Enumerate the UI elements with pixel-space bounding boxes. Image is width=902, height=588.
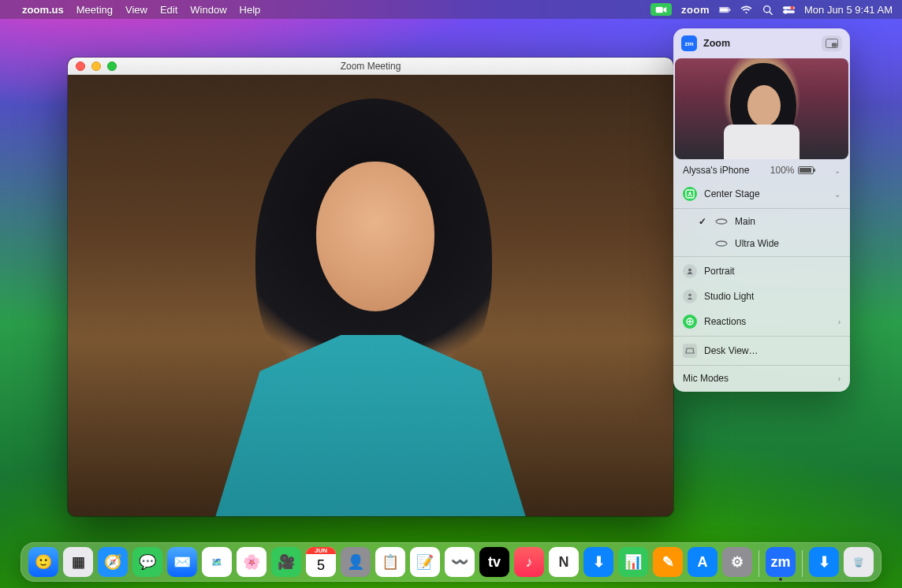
menubar-status-zoom[interactable]: zoom <box>681 4 710 16</box>
chevron-down-icon: ⌄ <box>834 166 840 175</box>
dock-settings[interactable]: ⚙︎ <box>722 547 752 577</box>
window-close-button[interactable] <box>76 61 85 71</box>
wifi-icon[interactable] <box>740 5 752 15</box>
menubar-item-window[interactable]: Window <box>190 4 226 16</box>
dock-news[interactable]: N <box>549 547 579 577</box>
desk-view-label: Desk View… <box>704 345 758 356</box>
menubar-item-help[interactable]: Help <box>240 4 261 16</box>
center-stage-label: Center Stage <box>704 188 760 199</box>
reactions-icon <box>683 314 697 329</box>
mic-modes-label: Mic Modes <box>683 373 729 384</box>
panel-app-name: Zoom <box>703 38 730 49</box>
dock-contacts[interactable]: 👤 <box>341 547 371 577</box>
reactions-label: Reactions <box>704 316 746 327</box>
dock-freeform[interactable]: 〰️ <box>445 547 475 577</box>
zoom-app-icon: zm <box>681 35 697 51</box>
lens-ultrawide-label: Ultra Wide <box>735 238 779 249</box>
lens-outline-icon <box>715 240 728 247</box>
pip-icon <box>826 39 838 48</box>
dock-zoom[interactable]: zm <box>766 547 796 577</box>
desk-view-button[interactable]: Desk View… <box>673 338 850 363</box>
participant-face <box>316 162 434 311</box>
studio-light-icon <box>683 289 697 303</box>
menubar-item-meeting[interactable]: Meeting <box>76 4 113 16</box>
menubar-app-name[interactable]: zoom.us <box>22 4 64 16</box>
reactions-toggle[interactable]: Reactions › <box>673 309 850 334</box>
portrait-icon <box>683 264 697 278</box>
participant-blazer <box>186 335 555 516</box>
dock-notes[interactable]: 📝 <box>410 547 440 577</box>
svg-point-14 <box>688 269 691 272</box>
dock-mail[interactable]: ✉️ <box>167 547 197 577</box>
svg-rect-3 <box>729 9 730 11</box>
dock-appstore-alt[interactable]: ⬇︎ <box>583 547 613 577</box>
menubar: zoom.us Meeting View Edit Window Help zo… <box>0 0 902 19</box>
menubar-clock[interactable]: Mon Jun 5 9:41 AM <box>804 4 893 16</box>
center-stage-toggle[interactable]: Center Stage ⌄ <box>673 181 850 207</box>
svg-point-13 <box>688 192 691 194</box>
menubar-item-edit[interactable]: Edit <box>160 4 177 16</box>
svg-rect-2 <box>720 8 729 11</box>
device-battery: 100% <box>770 165 814 176</box>
dock-reminders[interactable]: 📋 <box>375 547 405 577</box>
dock-safari[interactable]: 🧭 <box>98 547 128 577</box>
studio-light-label: Studio Light <box>704 291 754 302</box>
dock-downloads[interactable]: ⬇︎ <box>809 547 839 577</box>
device-name: Alyssa's iPhone <box>683 165 749 176</box>
device-row[interactable]: Alyssa's iPhone 100% ⌄ <box>673 159 850 181</box>
svg-line-5 <box>770 11 772 13</box>
picture-in-picture-button[interactable] <box>822 35 842 51</box>
lens-main-label: Main <box>735 216 755 227</box>
chevron-down-icon: ⌄ <box>834 190 840 199</box>
center-stage-icon <box>683 187 697 201</box>
window-zoom-button[interactable] <box>107 61 117 71</box>
dock-facetime[interactable]: 🎥 <box>271 547 301 577</box>
dock-launchpad[interactable]: ▦ <box>63 547 93 577</box>
dock-tv[interactable]: tv <box>479 547 509 577</box>
dock-photos[interactable]: 🌸 <box>237 547 266 577</box>
window-titlebar[interactable]: Zoom Meeting <box>68 58 673 75</box>
battery-icon[interactable] <box>719 5 731 15</box>
chevron-right-icon: › <box>838 374 840 383</box>
camera-active-indicator[interactable] <box>650 3 672 16</box>
svg-rect-0 <box>656 6 663 13</box>
window-minimize-button[interactable] <box>91 61 101 71</box>
svg-point-15 <box>688 293 691 296</box>
dock-numbers[interactable]: 📊 <box>618 547 648 577</box>
svg-rect-11 <box>832 43 837 47</box>
zoom-meeting-window[interactable]: Zoom Meeting <box>68 58 673 516</box>
window-title: Zoom Meeting <box>68 61 673 72</box>
lens-outline-icon <box>715 218 728 225</box>
menubar-item-view[interactable]: View <box>125 4 147 16</box>
svg-point-9 <box>784 9 787 13</box>
main-video-feed <box>68 75 673 516</box>
dock-messages[interactable]: 💬 <box>132 547 162 577</box>
video-icon <box>655 5 667 15</box>
dock-trash[interactable]: 🗑️ <box>844 547 874 577</box>
spotlight-icon[interactable] <box>762 5 773 15</box>
chevron-right-icon: › <box>838 318 840 326</box>
dock-music[interactable]: ♪ <box>514 547 544 577</box>
control-center-icon[interactable] <box>783 5 795 15</box>
dock-finder[interactable]: 🙂 <box>28 547 58 577</box>
dock-maps[interactable]: 🗺️ <box>202 547 232 577</box>
dock-appstore[interactable]: A <box>688 547 718 577</box>
svg-point-7 <box>790 6 793 9</box>
desk-view-icon <box>683 344 697 358</box>
dock-calendar[interactable]: JUN5 <box>306 547 336 577</box>
portrait-label: Portrait <box>704 266 735 277</box>
panel-header: zm Zoom <box>673 28 850 58</box>
checkmark-icon: ✓ <box>697 216 708 227</box>
lens-option-ultrawide[interactable]: Ultra Wide <box>673 233 850 255</box>
lens-option-main[interactable]: ✓ Main <box>673 210 850 233</box>
dock: 🙂▦🧭💬✉️🗺️🌸🎥JUN5👤📋📝〰️tv♪N⬇︎📊✎A⚙︎zm⬇︎🗑️ <box>20 542 882 582</box>
portrait-toggle[interactable]: Portrait <box>673 259 850 284</box>
camera-preview <box>675 58 848 159</box>
mic-modes-button[interactable]: Mic Modes › <box>673 367 850 392</box>
dock-pages[interactable]: ✎ <box>653 547 683 577</box>
studio-light-toggle[interactable]: Studio Light <box>673 284 850 309</box>
video-effects-panel: zm Zoom Alyssa's iPhone 100% ⌄ Center St… <box>673 28 850 392</box>
